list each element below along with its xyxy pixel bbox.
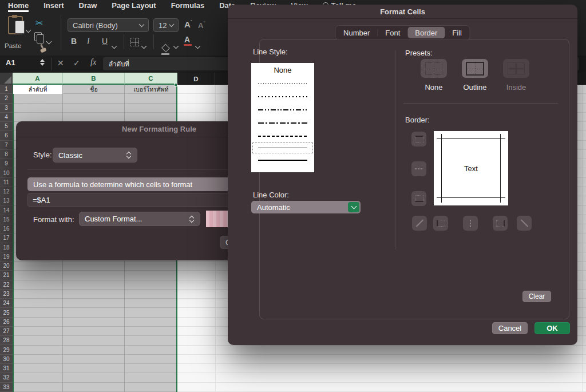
line-style-none-item[interactable]: None	[251, 63, 314, 77]
row-header-29[interactable]: 29	[0, 345, 13, 354]
row-header-16[interactable]: 16	[0, 224, 13, 233]
line-style-dash-dot[interactable]	[251, 116, 314, 129]
fill-color-icon[interactable]	[161, 46, 169, 52]
fill-color-chevron-icon[interactable]	[174, 40, 178, 50]
row-header-4[interactable]: 4	[0, 113, 13, 122]
row-header-25[interactable]: 25	[0, 308, 13, 317]
tab-border[interactable]: Border	[407, 27, 445, 38]
row-header-19[interactable]: 19	[0, 252, 13, 262]
row-header-5[interactable]: 5	[0, 122, 13, 131]
row-header-30[interactable]: 30	[0, 355, 13, 364]
cell-c1[interactable]: เบอร์โทรศัพท์	[125, 85, 177, 94]
underline-button[interactable]: U	[102, 37, 108, 46]
confirm-entry-icon[interactable]: ✓	[73, 58, 80, 68]
cell-b1[interactable]: ชื่อ	[63, 85, 125, 94]
font-size-select[interactable]: 12	[153, 18, 179, 32]
row-header-33[interactable]: 33	[0, 383, 13, 392]
row-header-2[interactable]: 2	[0, 94, 13, 103]
row-header-18[interactable]: 18	[0, 243, 13, 252]
italic-button[interactable]: I	[87, 37, 90, 46]
row-header-22[interactable]: 22	[0, 280, 13, 290]
menu-insert[interactable]: Insert	[43, 1, 64, 10]
row-header-8[interactable]: 8	[0, 150, 13, 159]
row-header-31[interactable]: 31	[0, 364, 13, 373]
cancel-button[interactable]: Cancel	[492, 322, 528, 334]
tab-fill[interactable]: Fill	[445, 27, 469, 38]
menu-page-layout[interactable]: Page Layout	[112, 1, 156, 10]
preset-inside-button[interactable]	[503, 59, 529, 78]
line-style-solid[interactable]	[251, 153, 314, 167]
borders-chevron-icon[interactable]	[142, 40, 146, 50]
row-header-24[interactable]: 24	[0, 299, 13, 308]
row-header-7[interactable]: 7	[0, 141, 13, 150]
menu-home[interactable]: Home	[8, 1, 29, 10]
border-bottom-button[interactable]	[411, 191, 426, 206]
row-header-12[interactable]: 12	[0, 187, 13, 196]
stepper-down-icon[interactable]	[40, 63, 45, 66]
line-style-listbox[interactable]: None	[251, 63, 314, 172]
border-vertical-middle-button[interactable]	[463, 216, 478, 231]
row-header-17[interactable]: 17	[0, 233, 13, 243]
insert-function-icon[interactable]: fx	[90, 58, 96, 67]
select-all-corner[interactable]	[0, 73, 13, 85]
cell-a1[interactable]: ลำดับที่	[13, 85, 62, 94]
style-select[interactable]: Classic	[53, 148, 137, 163]
grow-font-button[interactable]: Aˆ	[184, 19, 192, 29]
line-style-fine-dotted[interactable]	[251, 77, 314, 90]
preset-none-button[interactable]	[421, 59, 447, 78]
tab-font[interactable]: Font	[378, 27, 407, 38]
line-style-hairline-selected[interactable]	[252, 142, 313, 153]
line-style-dash-dot-dot[interactable]	[251, 103, 314, 116]
line-color-select[interactable]: Automatic	[251, 201, 361, 213]
stepper-up-icon[interactable]	[40, 59, 45, 62]
underline-chevron-icon[interactable]	[112, 40, 116, 50]
column-header-c[interactable]: C	[125, 73, 177, 85]
cancel-entry-icon[interactable]: ✕	[57, 58, 64, 68]
bold-button[interactable]: B	[71, 37, 77, 46]
row-header-1[interactable]: 1	[0, 85, 13, 94]
border-left-button[interactable]	[433, 216, 448, 231]
row-header-23[interactable]: 23	[0, 290, 13, 299]
column-header-b[interactable]: B	[63, 73, 125, 85]
fill-handle[interactable]	[174, 83, 177, 86]
line-style-dashed[interactable]	[251, 129, 314, 142]
copy-icon[interactable]	[34, 32, 42, 41]
menu-formulas[interactable]: Formulas	[171, 1, 205, 10]
border-top-button[interactable]	[411, 132, 426, 146]
column-header-d[interactable]: D	[177, 73, 215, 85]
copy-dropdown-chevron-icon[interactable]	[47, 35, 51, 46]
font-name-select[interactable]: Calibri (Body)	[68, 18, 149, 32]
borders-button-icon[interactable]	[130, 38, 139, 46]
row-header-26[interactable]: 26	[0, 318, 13, 327]
line-style-dotted[interactable]	[251, 90, 314, 103]
tab-number[interactable]: Number	[336, 27, 377, 38]
border-right-button[interactable]	[493, 216, 508, 231]
border-diagonal-down-button[interactable]	[517, 216, 532, 231]
row-header-9[interactable]: 9	[0, 159, 13, 168]
row-header-15[interactable]: 15	[0, 215, 13, 224]
font-color-chevron-icon[interactable]	[196, 40, 200, 50]
row-header-32[interactable]: 32	[0, 373, 13, 382]
border-preview[interactable]: Text	[434, 131, 508, 205]
row-header-28[interactable]: 28	[0, 336, 13, 345]
menu-draw[interactable]: Draw	[79, 1, 97, 10]
row-header-10[interactable]: 10	[0, 168, 13, 177]
name-box[interactable]: A1	[6, 58, 15, 67]
name-box-stepper[interactable]	[40, 59, 45, 66]
shrink-font-button[interactable]: Aˇ	[198, 21, 205, 30]
row-header-21[interactable]: 21	[0, 271, 13, 280]
clear-button[interactable]: Clear	[522, 291, 551, 302]
cut-scissors-icon[interactable]: ✂	[35, 18, 43, 29]
paste-button-label[interactable]: Paste	[5, 42, 21, 49]
border-horizontal-middle-button[interactable]	[411, 161, 426, 176]
row-header-13[interactable]: 13	[0, 196, 13, 205]
line-color-dropdown-button[interactable]	[348, 202, 359, 212]
format-with-select[interactable]: Custom Format...	[79, 212, 200, 226]
row-header-27[interactable]: 27	[0, 327, 13, 336]
ok-button[interactable]: OK	[534, 322, 570, 334]
row-header-20[interactable]: 20	[0, 262, 13, 271]
column-header-a[interactable]: A	[13, 73, 63, 85]
paste-dropdown-chevron-icon[interactable]	[26, 24, 30, 34]
row-header-6[interactable]: 6	[0, 131, 13, 140]
border-diagonal-up-button[interactable]	[412, 216, 427, 231]
